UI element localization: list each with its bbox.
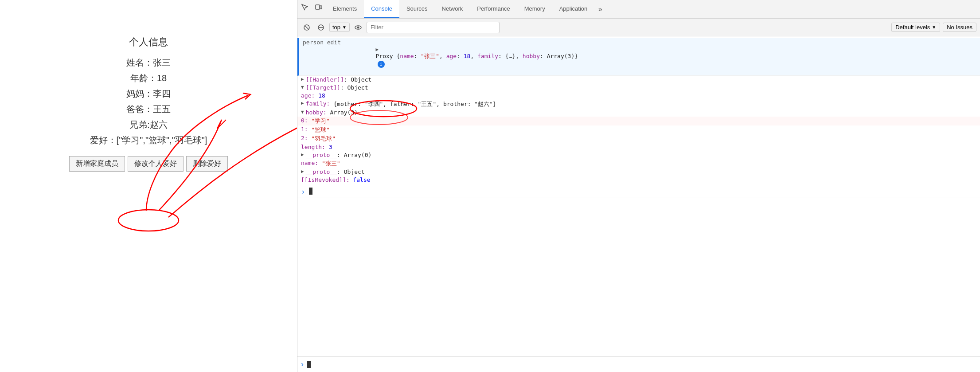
clear-console-icon[interactable] (301, 22, 312, 33)
proxy-toggle[interactable]: ▶ (376, 47, 379, 52)
webpage-panel: 个人信息 姓名：张三 年龄：18 妈妈：李四 爸爸：王五 兄弟:赵六 爱好：["… (0, 0, 297, 372)
delete-hobby-button[interactable]: 删除爱好 (186, 156, 228, 172)
tab-memory[interactable]: Memory (517, 0, 552, 18)
family-line[interactable]: ▶ family: {mother: "李四", father: "王五", b… (297, 100, 980, 109)
length-key: length: (301, 144, 325, 150)
console-subtoolbar: top ▼ Default levels ▼ No Issues (297, 19, 980, 36)
devtools-tabs: Elements Console Sources Network Perform… (297, 0, 980, 19)
proto-array-key: __proto__ (306, 152, 337, 158)
hobby-key: hobby: (306, 109, 327, 116)
target-toggle[interactable]: ▼ (301, 84, 304, 90)
hobby-header-line[interactable]: ▼ hobby: Array(3) (297, 109, 980, 117)
proto-array-line[interactable]: ▶ __proto__ : Array(0) (297, 151, 980, 159)
proto-toggle[interactable]: ▶ (301, 168, 304, 174)
svg-point-8 (357, 26, 359, 28)
console-output: person edit ▶ Proxy {name: "张三", age: 18… (297, 36, 980, 356)
svg-line-4 (305, 26, 308, 29)
age-key: age: (301, 92, 315, 99)
svg-rect-1 (316, 5, 320, 9)
page-content: 个人信息 姓名：张三 年龄：18 妈妈：李四 爸爸：王五 兄弟:赵六 爱好：["… (69, 35, 228, 172)
hobby-2-val: "羽毛球" (311, 135, 336, 143)
more-tabs-button[interactable]: » (594, 0, 606, 19)
console-line-content: ▶ Proxy {name: "张三", age: 18, family: {…… (348, 39, 976, 74)
context-selector[interactable]: top ▼ (329, 23, 350, 32)
name-info: 姓名：张三 (126, 57, 171, 69)
input-arrow-icon: › (301, 360, 304, 369)
hobby-2-line[interactable]: 2: "羽毛球" (297, 134, 980, 143)
modify-hobby-button[interactable]: 修改个人爱好 (128, 156, 184, 172)
is-revoked-line[interactable]: [[IsRevoked]]: false (297, 176, 980, 184)
input-cursor (307, 361, 311, 368)
console-proxy-line[interactable]: person edit ▶ Proxy {name: "张三", age: 18… (297, 38, 980, 76)
name-val: "张三" (322, 160, 340, 168)
device-toggle-icon[interactable] (312, 0, 326, 14)
tab-performance[interactable]: Performance (470, 0, 517, 18)
hobby-1-line[interactable]: 1: "篮球" (297, 125, 980, 134)
tab-elements[interactable]: Elements (326, 0, 364, 18)
proto-key: __proto__ (306, 168, 337, 175)
tab-application[interactable]: Application (552, 0, 595, 18)
length-val: 3 (329, 144, 332, 150)
hobby-0-line[interactable]: 0: "学习" (297, 117, 980, 125)
svg-rect-2 (320, 6, 322, 9)
handler-toggle[interactable]: ▶ (301, 76, 304, 82)
is-revoked-key: [[IsRevoked]]: (301, 176, 350, 183)
length-line[interactable]: length: 3 (297, 143, 980, 151)
hobby-toggle[interactable]: ▼ (301, 109, 304, 115)
hobby-1-key: 1: (301, 126, 308, 133)
svg-point-0 (118, 210, 179, 231)
family-val: {mother: "李四", father: "王五", brother: "赵… (333, 100, 496, 108)
console-filter-input[interactable] (367, 22, 500, 33)
action-buttons: 新增家庭成员 修改个人爱好 删除爱好 (69, 156, 228, 172)
hobby-val: Array(3) (330, 109, 358, 116)
block-icon[interactable] (315, 22, 327, 33)
age-info: 年龄：18 (130, 72, 167, 84)
default-levels-button[interactable]: Default levels ▼ (891, 23, 940, 32)
hobby-1-val: "篮球" (311, 126, 330, 134)
console-prompt-line[interactable]: › (297, 187, 980, 197)
tab-console[interactable]: Console (364, 0, 399, 18)
proto-array-val: Array(0) (344, 152, 372, 158)
hobby-0-val: "学习" (311, 117, 330, 125)
target-line[interactable]: ▼ [[Target]]: Object (297, 84, 980, 92)
dad-info: 爸爸：王五 (126, 103, 171, 115)
brother-info: 兄弟:赵六 (129, 119, 168, 131)
hobby-2-key: 2: (301, 135, 308, 141)
proto-array-toggle[interactable]: ▶ (301, 152, 304, 157)
console-arrow-icon: › (301, 188, 305, 196)
hobby-info: 爱好：["学习","篮球","羽毛球"] (90, 134, 207, 146)
age-val: 18 (318, 92, 325, 99)
console-input-line[interactable]: › (297, 356, 980, 372)
add-family-button[interactable]: 新增家庭成员 (69, 156, 125, 172)
console-line-prefix: person edit (303, 39, 344, 46)
mom-info: 妈妈：李四 (126, 88, 171, 100)
devtools-panel: Elements Console Sources Network Perform… (297, 0, 980, 372)
tab-sources[interactable]: Sources (399, 0, 435, 18)
name-key: name: (301, 160, 318, 166)
info-icon[interactable]: i (378, 61, 385, 68)
proto-val: Object (344, 168, 365, 175)
handler-line[interactable]: ▶ [[Handler]]: Object (297, 76, 980, 84)
no-issues-button[interactable]: No Issues (943, 23, 976, 32)
family-toggle[interactable]: ▶ (301, 100, 304, 106)
levels-dropdown-arrow: ▼ (932, 25, 936, 30)
inspect-element-icon[interactable] (297, 0, 312, 14)
is-revoked-val: false (353, 176, 370, 183)
eye-icon[interactable] (352, 22, 364, 33)
proto-line[interactable]: ▶ __proto__ : Object (297, 168, 980, 176)
family-key: family: (306, 100, 330, 107)
name-line[interactable]: name: "张三" (297, 159, 980, 168)
tab-network[interactable]: Network (435, 0, 470, 18)
console-cursor (309, 188, 312, 195)
hobby-0-key: 0: (301, 117, 308, 124)
age-line[interactable]: age: 18 (297, 92, 980, 100)
dropdown-arrow: ▼ (342, 25, 347, 30)
page-title: 个人信息 (129, 35, 168, 49)
